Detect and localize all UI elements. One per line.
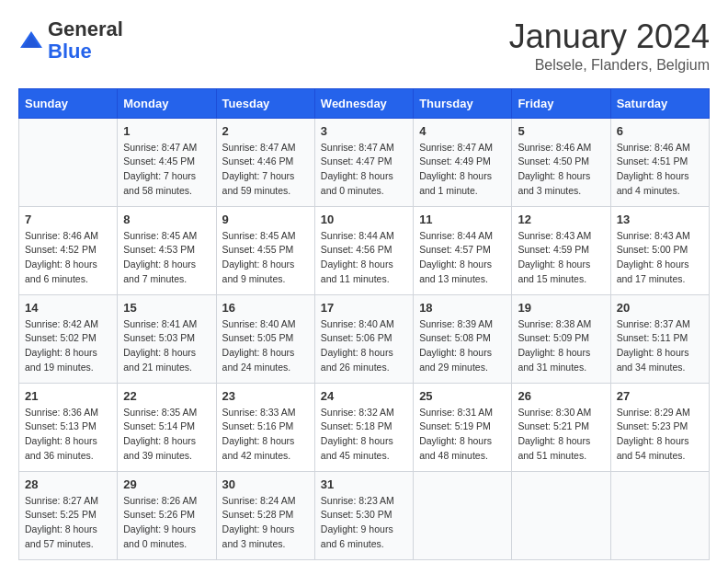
day-number: 14: [25, 301, 111, 315]
calendar-cell: 19Sunrise: 8:38 AM Sunset: 5:09 PM Dayli…: [512, 294, 610, 383]
header-day-monday: Monday: [118, 88, 216, 118]
day-number: 25: [419, 389, 506, 403]
week-row-2: 7Sunrise: 8:46 AM Sunset: 4:52 PM Daylig…: [19, 206, 710, 294]
week-row-5: 28Sunrise: 8:27 AM Sunset: 5:25 PM Dayli…: [19, 471, 710, 559]
day-number: 29: [123, 477, 210, 491]
day-info: Sunrise: 8:33 AM Sunset: 5:16 PM Dayligh…: [222, 406, 309, 464]
day-number: 13: [617, 213, 703, 226]
day-number: 30: [222, 477, 309, 491]
calendar-cell: 15Sunrise: 8:41 AM Sunset: 5:03 PM Dayli…: [118, 294, 216, 383]
day-number: 31: [321, 477, 407, 491]
day-info: Sunrise: 8:40 AM Sunset: 5:05 PM Dayligh…: [222, 317, 309, 375]
calendar-cell: 25Sunrise: 8:31 AM Sunset: 5:19 PM Dayli…: [414, 383, 512, 471]
day-info: Sunrise: 8:47 AM Sunset: 4:47 PM Dayligh…: [321, 141, 407, 199]
day-info: Sunrise: 8:36 AM Sunset: 5:13 PM Dayligh…: [25, 406, 111, 464]
calendar-cell: [512, 471, 610, 559]
week-row-3: 14Sunrise: 8:42 AM Sunset: 5:02 PM Dayli…: [19, 294, 710, 383]
day-info: Sunrise: 8:35 AM Sunset: 5:14 PM Dayligh…: [123, 406, 210, 464]
day-number: 2: [222, 124, 309, 138]
day-info: Sunrise: 8:42 AM Sunset: 5:02 PM Dayligh…: [25, 317, 111, 375]
day-number: 28: [25, 477, 111, 491]
page-header: General Blue January 2024 Belsele, Fland…: [18, 18, 710, 74]
day-info: Sunrise: 8:26 AM Sunset: 5:26 PM Dayligh…: [123, 494, 210, 552]
calendar-body: 1Sunrise: 8:47 AM Sunset: 4:45 PM Daylig…: [19, 118, 710, 559]
calendar-cell: 10Sunrise: 8:44 AM Sunset: 4:56 PM Dayli…: [314, 206, 413, 294]
header-day-tuesday: Tuesday: [216, 88, 314, 118]
day-number: 16: [222, 301, 309, 315]
calendar-cell: 29Sunrise: 8:26 AM Sunset: 5:26 PM Dayli…: [118, 471, 216, 559]
day-number: 27: [617, 389, 703, 403]
calendar-cell: 16Sunrise: 8:40 AM Sunset: 5:05 PM Dayli…: [216, 294, 314, 383]
day-number: 3: [321, 124, 407, 138]
day-number: 23: [222, 389, 309, 403]
calendar-cell: 26Sunrise: 8:30 AM Sunset: 5:21 PM Dayli…: [512, 383, 610, 471]
calendar-header: SundayMondayTuesdayWednesdayThursdayFrid…: [19, 88, 710, 118]
week-row-1: 1Sunrise: 8:47 AM Sunset: 4:45 PM Daylig…: [19, 118, 710, 206]
calendar-cell: 2Sunrise: 8:47 AM Sunset: 4:46 PM Daylig…: [216, 118, 314, 206]
day-info: Sunrise: 8:47 AM Sunset: 4:45 PM Dayligh…: [123, 141, 210, 199]
calendar-cell: 8Sunrise: 8:45 AM Sunset: 4:53 PM Daylig…: [118, 206, 216, 294]
calendar-cell: [19, 118, 118, 206]
day-info: Sunrise: 8:31 AM Sunset: 5:19 PM Dayligh…: [419, 406, 506, 464]
calendar-cell: 30Sunrise: 8:24 AM Sunset: 5:28 PM Dayli…: [216, 471, 314, 559]
header-day-saturday: Saturday: [610, 88, 709, 118]
calendar-cell: 23Sunrise: 8:33 AM Sunset: 5:16 PM Dayli…: [216, 383, 314, 471]
calendar-cell: 1Sunrise: 8:47 AM Sunset: 4:45 PM Daylig…: [118, 118, 216, 206]
calendar-cell: 9Sunrise: 8:45 AM Sunset: 4:55 PM Daylig…: [216, 206, 314, 294]
calendar-cell: 11Sunrise: 8:44 AM Sunset: 4:57 PM Dayli…: [414, 206, 512, 294]
day-number: 19: [518, 301, 604, 315]
day-info: Sunrise: 8:38 AM Sunset: 5:09 PM Dayligh…: [518, 317, 604, 375]
day-number: 8: [123, 213, 210, 226]
day-number: 11: [419, 213, 506, 226]
day-info: Sunrise: 8:32 AM Sunset: 5:18 PM Dayligh…: [321, 406, 407, 464]
day-number: 22: [123, 389, 210, 403]
day-number: 20: [617, 301, 703, 315]
calendar-cell: 12Sunrise: 8:43 AM Sunset: 4:59 PM Dayli…: [512, 206, 610, 294]
header-row: SundayMondayTuesdayWednesdayThursdayFrid…: [19, 88, 710, 118]
calendar-table: SundayMondayTuesdayWednesdayThursdayFrid…: [18, 88, 710, 560]
calendar-cell: 3Sunrise: 8:47 AM Sunset: 4:47 PM Daylig…: [314, 118, 413, 206]
day-info: Sunrise: 8:23 AM Sunset: 5:30 PM Dayligh…: [321, 494, 407, 552]
day-number: 17: [321, 301, 407, 315]
day-number: 9: [222, 213, 309, 226]
calendar-cell: 7Sunrise: 8:46 AM Sunset: 4:52 PM Daylig…: [19, 206, 118, 294]
header-day-sunday: Sunday: [19, 88, 118, 118]
calendar-cell: [414, 471, 512, 559]
header-day-thursday: Thursday: [414, 88, 512, 118]
day-info: Sunrise: 8:41 AM Sunset: 5:03 PM Dayligh…: [123, 317, 210, 375]
day-number: 24: [321, 389, 407, 403]
calendar-cell: 27Sunrise: 8:29 AM Sunset: 5:23 PM Dayli…: [610, 383, 709, 471]
calendar-cell: 21Sunrise: 8:36 AM Sunset: 5:13 PM Dayli…: [19, 383, 118, 471]
day-info: Sunrise: 8:46 AM Sunset: 4:52 PM Dayligh…: [25, 229, 111, 287]
header-day-friday: Friday: [512, 88, 610, 118]
calendar-cell: 4Sunrise: 8:47 AM Sunset: 4:49 PM Daylig…: [414, 118, 512, 206]
day-info: Sunrise: 8:27 AM Sunset: 5:25 PM Dayligh…: [25, 494, 111, 552]
title-block: January 2024 Belsele, Flanders, Belgium: [509, 18, 710, 74]
day-info: Sunrise: 8:46 AM Sunset: 4:50 PM Dayligh…: [518, 141, 604, 199]
day-info: Sunrise: 8:45 AM Sunset: 4:55 PM Dayligh…: [222, 229, 309, 287]
calendar-cell: [610, 471, 709, 559]
logo-blue-text: Blue: [48, 40, 92, 63]
day-info: Sunrise: 8:24 AM Sunset: 5:28 PM Dayligh…: [222, 494, 309, 552]
day-info: Sunrise: 8:30 AM Sunset: 5:21 PM Dayligh…: [518, 406, 604, 464]
calendar-cell: 20Sunrise: 8:37 AM Sunset: 5:11 PM Dayli…: [610, 294, 709, 383]
day-info: Sunrise: 8:44 AM Sunset: 4:56 PM Dayligh…: [321, 229, 407, 287]
day-info: Sunrise: 8:47 AM Sunset: 4:49 PM Dayligh…: [419, 141, 506, 199]
calendar-cell: 14Sunrise: 8:42 AM Sunset: 5:02 PM Dayli…: [19, 294, 118, 383]
day-info: Sunrise: 8:43 AM Sunset: 5:00 PM Dayligh…: [617, 229, 703, 287]
day-info: Sunrise: 8:40 AM Sunset: 5:06 PM Dayligh…: [321, 317, 407, 375]
day-number: 10: [321, 213, 407, 226]
calendar-cell: 31Sunrise: 8:23 AM Sunset: 5:30 PM Dayli…: [314, 471, 413, 559]
day-info: Sunrise: 8:43 AM Sunset: 4:59 PM Dayligh…: [518, 229, 604, 287]
day-number: 26: [518, 389, 604, 403]
calendar-cell: 24Sunrise: 8:32 AM Sunset: 5:18 PM Dayli…: [314, 383, 413, 471]
day-number: 21: [25, 389, 111, 403]
logo-general-text: General: [48, 17, 123, 40]
day-number: 15: [123, 301, 210, 315]
day-info: Sunrise: 8:47 AM Sunset: 4:46 PM Dayligh…: [222, 141, 309, 199]
location-subtitle: Belsele, Flanders, Belgium: [509, 57, 710, 74]
calendar-cell: 6Sunrise: 8:46 AM Sunset: 4:51 PM Daylig…: [610, 118, 709, 206]
day-info: Sunrise: 8:29 AM Sunset: 5:23 PM Dayligh…: [617, 406, 703, 464]
day-number: 12: [518, 213, 604, 226]
day-info: Sunrise: 8:45 AM Sunset: 4:53 PM Dayligh…: [123, 229, 210, 287]
